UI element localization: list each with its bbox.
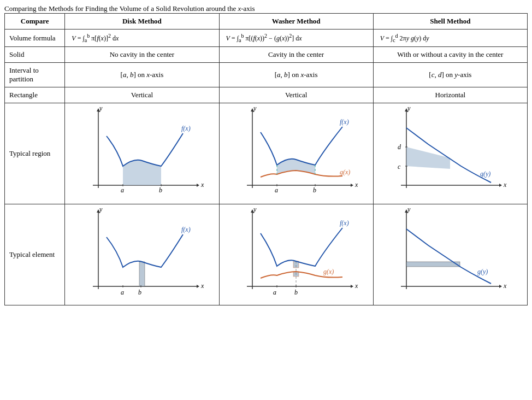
header-compare: Compare xyxy=(5,14,65,30)
svg-marker-38 xyxy=(197,285,199,288)
svg-text:f(x): f(x) xyxy=(340,118,349,126)
row-label-typical-region: Typical region xyxy=(5,103,65,204)
svg-marker-13 xyxy=(351,184,353,187)
svg-marker-2 xyxy=(197,184,199,187)
svg-text:y: y xyxy=(253,207,257,213)
svg-text:y: y xyxy=(407,106,411,112)
disk-formula: V = ∫ab π[f(x)]2 dx xyxy=(65,30,219,47)
svg-text:f(x): f(x) xyxy=(340,219,349,227)
svg-text:g(y): g(y) xyxy=(480,170,490,178)
shell-typical-element-graph: x y g(y) xyxy=(373,204,527,305)
svg-text:a: a xyxy=(273,289,276,296)
row-label-typical-element: Typical element xyxy=(5,204,65,305)
svg-text:x: x xyxy=(200,282,204,290)
svg-text:x: x xyxy=(354,282,358,290)
row-label-rectangle: Rectangle xyxy=(5,87,65,103)
header-shell: Shell Method xyxy=(373,14,527,30)
svg-text:a: a xyxy=(275,186,278,194)
row-label-solid: Solid xyxy=(5,47,65,63)
svg-text:b: b xyxy=(138,289,141,296)
svg-marker-50 xyxy=(351,285,353,288)
svg-text:x: x xyxy=(503,181,507,189)
svg-text:y: y xyxy=(253,106,257,112)
svg-rect-42 xyxy=(139,262,145,286)
svg-marker-27 xyxy=(499,184,502,187)
header-disk: Disk Method xyxy=(65,14,219,30)
svg-text:x: x xyxy=(200,181,204,189)
header-washer: Washer Method xyxy=(219,14,373,30)
washer-interval: [a, b] on x-axis xyxy=(219,63,373,87)
shell-interval: [c, d] on y-axis xyxy=(373,63,527,87)
row-label-interval: Interval to partition xyxy=(5,63,65,87)
svg-text:x: x xyxy=(354,181,358,189)
svg-text:g(y): g(y) xyxy=(477,268,488,275)
disk-typical-element-graph: x y f(x) a b xyxy=(65,204,219,305)
svg-text:c: c xyxy=(398,163,401,170)
svg-marker-65 xyxy=(499,285,502,288)
washer-typical-region-graph: x y f(x) g(x) a b xyxy=(219,103,373,204)
svg-text:g(x): g(x) xyxy=(340,168,350,176)
svg-text:x: x xyxy=(503,282,507,290)
svg-rect-69 xyxy=(406,262,460,267)
svg-text:g(x): g(x) xyxy=(323,268,334,275)
shell-typical-region-graph: x y g(y) d c xyxy=(373,103,527,204)
svg-text:a: a xyxy=(121,186,124,194)
washer-formula: V = ∫ab π[(f(x))2 − (g(x))2] dx xyxy=(219,30,373,47)
shell-formula: V = ∫cd 2πy g(y) dy xyxy=(373,30,527,47)
svg-text:a: a xyxy=(121,289,124,296)
svg-text:f(x): f(x) xyxy=(181,125,191,132)
row-label-volume: Volume formula xyxy=(5,30,65,47)
disk-solid: No cavity in the center xyxy=(65,47,219,63)
washer-typical-element-graph: x y f(x) g(x) a xyxy=(219,204,373,305)
washer-rectangle: Vertical xyxy=(219,87,373,103)
svg-text:y: y xyxy=(99,207,103,213)
svg-text:y: y xyxy=(99,106,103,112)
disk-typical-region-graph: x y f(x) a b xyxy=(65,103,219,204)
svg-text:b: b xyxy=(294,289,298,296)
washer-solid: Cavity in the center xyxy=(219,47,373,63)
disk-rectangle: Vertical xyxy=(65,87,219,103)
svg-text:f(x): f(x) xyxy=(181,226,191,233)
svg-text:y: y xyxy=(407,207,411,213)
svg-text:b: b xyxy=(159,186,162,194)
svg-text:b: b xyxy=(313,186,316,194)
page-title: Comparing the Methods for Finding the Vo… xyxy=(4,4,528,13)
svg-text:d: d xyxy=(398,143,401,151)
shell-rectangle: Horizontal xyxy=(373,87,527,103)
disk-interval: [a, b] on x-axis xyxy=(65,63,219,87)
shell-solid: With or without a cavity in the center xyxy=(373,47,527,63)
